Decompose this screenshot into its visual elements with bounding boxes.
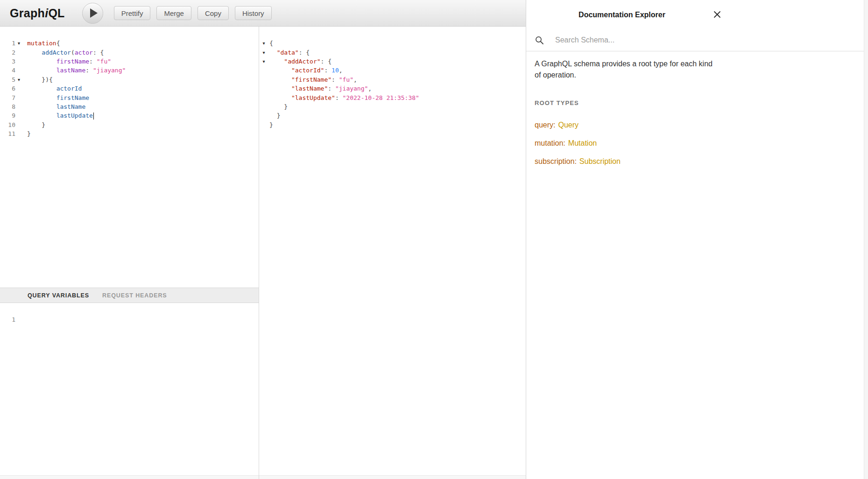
editor-gutter: 10 [0,121,22,128]
copy-button[interactable]: Copy [198,6,229,20]
graphiql-logo: GraphiQL [10,7,65,20]
horizontal-scrollbar[interactable] [0,475,259,479]
doc-close-button[interactable] [711,8,723,21]
fold-arrow-icon[interactable]: ▾ [260,59,268,64]
root-type-mutation: mutation:Mutation [535,139,868,148]
code-line: "actorId": 10, [260,66,526,75]
toolbar: Prettify Merge Copy History [114,6,272,20]
text-cursor [93,113,94,120]
line-number: 7 [0,94,15,101]
history-button[interactable]: History [235,6,272,20]
graphiql-app: GraphiQL Prettify Merge Copy History 1▾m… [0,0,868,479]
fold-arrow-icon[interactable]: ▾ [15,41,22,46]
editor-gutter: 4 [0,67,22,74]
editor-gutter: 8 [0,103,22,110]
line-number: 8 [0,103,15,110]
merge-button[interactable]: Merge [156,6,191,20]
code-line: } [260,111,526,120]
line-number: 1 [0,40,15,47]
code-line: "firstName": "fu", [260,75,526,84]
root-type-list: query:Query mutation:Mutation subscripti… [535,120,868,166]
line-number: 2 [0,49,15,56]
query-pane: 1▾mutation{2 addActor(actor: {3 firstNam… [0,27,259,479]
code-line: 3 firstName: "fu" [0,57,259,66]
code-line: 4 lastName: "jiayang" [0,66,259,75]
graphiql-main: GraphiQL Prettify Merge Copy History 1▾m… [0,0,526,479]
line-number: 4 [0,67,15,74]
code-line: 10 } [0,120,259,129]
doc-search-row [526,29,868,51]
code-line: 6 actorId [0,84,259,93]
code-line: 1▾mutation{ [0,39,259,48]
schema-search-input[interactable] [554,35,708,45]
type-link-mutation[interactable]: Mutation [568,139,597,147]
root-type-keyword: subscription: [535,157,577,165]
editor-gutter: 1▾ [0,40,22,47]
code-line: "lastUpdate": "2022-10-28 21:35:38" [260,93,526,102]
line-number: 6 [0,85,15,92]
fold-arrow-icon[interactable]: ▾ [260,41,268,46]
line-number: 11 [0,130,15,137]
tab-request-headers[interactable]: REQUEST HEADERS [102,292,167,299]
line-number: 1 [0,316,15,323]
code-line: 8 lastName [0,102,259,111]
result-viewer: ▾{▾ "data": {▾ "addActor": { "actorId": … [259,27,526,479]
editor-gutter: 1 [0,316,22,323]
type-link-query[interactable]: Query [558,121,579,129]
search-icon [535,36,544,45]
code-line: 2 addActor(actor: { [0,48,259,56]
code-line: ▾ "addActor": { [260,57,526,66]
doc-title: Documentation Explorer [526,0,718,29]
editor-area: 1▾mutation{2 addActor(actor: {3 firstNam… [0,27,526,479]
tab-query-variables[interactable]: QUERY VARIABLES [28,292,89,299]
fold-arrow-icon[interactable]: ▾ [15,77,22,82]
editor-gutter: 9 [0,112,22,119]
horizontal-scrollbar[interactable] [259,475,526,479]
doc-explorer-panel: Documentation Explorer A GraphQL schema … [526,0,868,479]
root-type-subscription: subscription:Subscription [535,157,868,166]
root-type-keyword: mutation: [535,139,565,147]
code-line: ▾ "data": { [260,48,526,56]
editor-gutter: 5▾ [0,76,22,83]
code-line: 9 lastUpdate [0,111,259,120]
editor-gutter: 2 [0,49,22,56]
execute-button[interactable] [82,3,103,24]
editor-gutter: 6 [0,85,22,92]
secondary-editor-tabs: QUERY VARIABLES REQUEST HEADERS [0,288,259,303]
type-link-subscription[interactable]: Subscription [579,157,621,165]
root-type-query: query:Query [535,120,868,130]
logo-part-graph: Graph [10,7,45,20]
code-line: 5▾ }){ [0,75,259,84]
topbar: GraphiQL Prettify Merge Copy History [0,0,526,27]
doc-titlebar: Documentation Explorer [526,0,868,29]
code-line: 11} [0,129,259,138]
doc-content: A GraphQL schema provides a root type fo… [526,51,868,166]
code-line: } [260,102,526,111]
code-line: "lastName": "jiayang", [260,84,526,93]
fold-arrow-icon[interactable]: ▾ [260,50,268,55]
variables-editor[interactable]: 1 [0,303,259,475]
line-number: 9 [0,112,15,119]
root-types-heading: ROOT TYPES [535,99,868,106]
logo-part-ql: QL [48,7,64,20]
query-editor[interactable]: 1▾mutation{2 addActor(actor: {3 firstNam… [0,27,259,288]
editor-gutter: 7 [0,94,22,101]
editor-gutter: 11 [0,130,22,137]
line-number: 3 [0,58,15,65]
play-icon [90,8,98,18]
schema-description: A GraphQL schema provides a root type fo… [535,58,720,81]
editor-gutter: 3 [0,58,22,65]
vertical-scrollbar[interactable] [864,0,868,479]
prettify-button[interactable]: Prettify [114,6,151,20]
line-number: 5 [0,76,15,83]
root-type-keyword: query: [535,121,555,129]
code-line: } [260,120,526,129]
code-line: ▾{ [260,39,526,48]
line-number: 10 [0,121,15,128]
close-icon [713,10,721,19]
code-line: 1 [0,315,259,324]
code-line: 7 firstName [0,93,259,102]
